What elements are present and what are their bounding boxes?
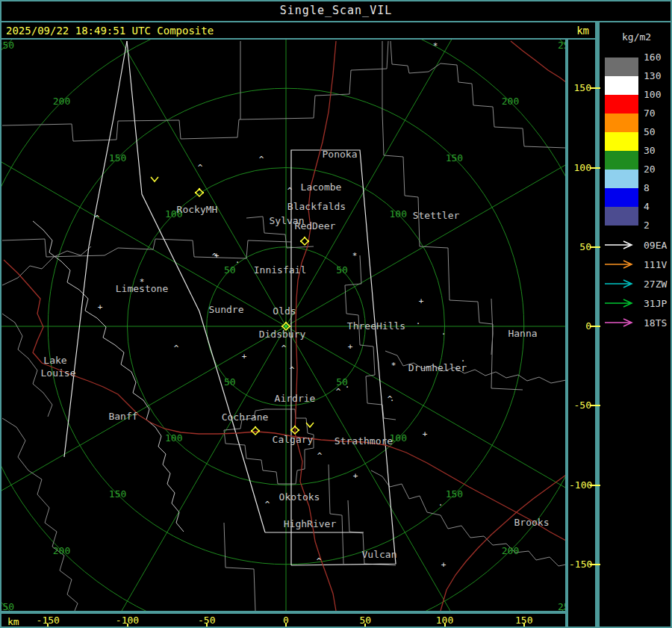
town-marker-asterisk: * [391,361,396,370]
legend-tick-label: 50 [644,127,656,137]
site-arrow-icon-09EA [603,240,636,250]
city-label-reddeer: RedDeer [295,220,336,231]
site-arrow-icon-111V [603,259,636,270]
ring-label-200: 200 [53,96,70,107]
radar-site-row-27ZW: 27ZW [603,276,667,291]
scan-overlay-0 [64,41,127,457]
town-marker-caret: ^ [336,387,341,397]
ring-label-100: 100 [390,208,407,220]
legend-unit-label: kg/m2 [622,31,651,43]
town-marker-plus: + [348,342,353,352]
city-label-lake: Lake [43,355,66,366]
city-label-brooks: Brooks [514,517,550,528]
town-marker-plus: + [419,296,424,306]
right-axis-tick [590,564,600,565]
echo-arrow [151,177,158,181]
town-marker-asterisk: * [352,251,358,261]
legend-color-cell-50 [605,132,638,151]
city-label-threehills: ThreeHills [347,320,405,332]
city-label-cochrane: Cochrane [222,411,269,423]
town-marker-plus: + [441,560,447,570]
ring-label-250: 250 [0,40,14,51]
ring-label-50: 50 [224,264,236,276]
city-label-airdrie: Airdrie [275,393,316,404]
town-marker-plus: + [214,251,220,261]
window-border-top [0,0,672,1]
city-label-ponoka: Ponoka [323,149,358,160]
city-label-innisfail: Innisfail [254,264,306,276]
site-label: 111V [644,259,667,270]
legend-color-cell-160 [605,57,638,76]
site-label: 31JP [644,298,667,309]
legend-tick-label: 130 [644,71,661,81]
city-label-blackfalds: Blackfalds [287,201,346,212]
county-boundary-16 [2,246,91,285]
legend-tick-label: 4 [644,202,650,212]
legend-color-cell-8 [605,188,638,207]
town-marker-caret: ^ [198,163,203,172]
town-marker-plus: + [242,352,247,361]
legend-tick-label: 8 [644,183,650,193]
radar-site-row-111V: 111V [603,257,667,272]
town-marker-caret: ^ [317,451,323,461]
site-arrow-icon-18TS [603,317,636,328]
town-marker-caret: ^ [95,214,100,223]
legend-tick-label: 20 [644,164,656,175]
city-label-sundre: Sundre [209,304,244,315]
town-marker-dot: . [390,394,395,403]
site-label: 09EA [644,240,667,251]
ring-label-150: 150 [109,488,126,500]
legend-tick-label: 30 [644,146,656,156]
map-border-right [565,38,568,627]
city-label-stettler: Stettler [413,210,460,221]
town-marker-plus: + [423,429,428,439]
town-marker-caret: ^ [290,365,295,375]
site-label: 18TS [644,317,667,329]
right-axis-tick [590,326,600,327]
ring-label-50: 50 [224,376,236,388]
town-marker-asterisk: * [433,41,438,51]
county-boundary-2 [391,41,566,148]
town-marker-dot: . [416,317,421,326]
town-marker-plus: + [98,302,103,312]
radar-site-row-18TS: 18TS [603,315,667,330]
right-axis-tick [590,167,600,169]
ring-label-200: 200 [53,545,70,556]
legend-tick-label: 160 [644,52,661,63]
legend-panel: kg/m2 1601301007050302084209EA111V27ZW31… [600,22,671,627]
echo-diamond [251,426,260,435]
city-label-calgary: Calgary [273,434,314,445]
right-axis-tick [590,87,600,89]
right-axis-tick [590,246,600,248]
city-label-vulcan: Vulcan [362,549,397,560]
city-label-olds: Olds [273,305,296,317]
site-arrow-icon-31JP [603,298,636,308]
town-marker-dot: . [235,255,240,265]
city-label-rockymh: RockyMH [177,204,218,215]
legend-color-cell-30 [605,151,638,170]
ring-label-150: 150 [446,152,463,164]
county-boundary-0 [2,41,388,141]
map-border-bottom [0,611,568,614]
site-arrow-icon-27ZW [603,279,636,289]
legend-tick-label: 100 [644,90,661,100]
ring-label-150: 150 [109,152,126,164]
right-axis-tick [590,485,600,486]
radar-map-canvas[interactable]: 5050505010010010010015015015015020020020… [0,0,595,628]
legend-color-cell-20 [605,170,638,188]
legend-color-cell-100 [605,95,638,114]
ring-label-100: 100 [165,432,182,444]
range-ring-250km [0,0,595,628]
town-marker-caret: ^ [317,556,322,566]
ring-label-150: 150 [446,488,463,500]
city-label-banff: Banff [108,411,137,422]
scan-overlay-3 [291,150,396,565]
legend-color-cell-130 [605,76,638,95]
legend-divider [595,21,600,628]
town-marker-dot: . [345,380,350,390]
city-label-hanna: Hanna [508,328,537,339]
city-label-okotoks: Okotoks [279,491,320,503]
town-marker-dot: . [461,354,466,364]
radar-site-row-09EA: 09EA [603,237,667,252]
town-marker-caret: ^ [287,186,293,196]
